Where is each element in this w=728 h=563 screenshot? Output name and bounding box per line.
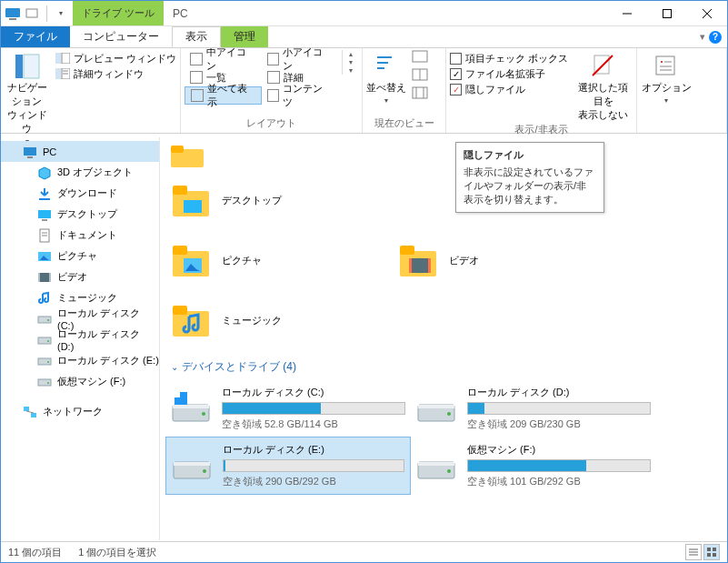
- svg-rect-59: [173, 186, 187, 195]
- group-by-icon[interactable]: [412, 50, 428, 66]
- svg-rect-62: [173, 246, 187, 255]
- nav-music[interactable]: ミュージック: [1, 287, 159, 308]
- drive-name: ローカル ディスク (E:): [223, 443, 404, 457]
- drive-icon: [37, 354, 52, 368]
- details-pane-icon: [55, 66, 70, 81]
- view-tiles[interactable]: 並べて表示: [184, 86, 262, 105]
- close-button[interactable]: [687, 1, 727, 26]
- nav-network[interactable]: ネットワーク: [1, 401, 159, 422]
- layout-gallery-scroll[interactable]: ▴▾▾: [342, 50, 358, 75]
- svg-rect-11: [55, 68, 61, 79]
- ribbon-minimize-icon[interactable]: ▾: [700, 31, 705, 43]
- svg-point-82: [203, 469, 206, 473]
- tooltip-body: 非表示に設定されているファイルやフォルダーの表示/非表示を切り替えます。: [464, 166, 596, 206]
- file-extensions-toggle[interactable]: ファイル名拡張子: [450, 67, 568, 81]
- view-medium-icons[interactable]: 中アイコン: [184, 50, 262, 68]
- drive-tile[interactable]: ローカル ディスク (C:)空き領域 52.8 GB/114 GB: [165, 380, 411, 437]
- folder-icon: [169, 178, 213, 222]
- svg-rect-35: [38, 210, 51, 218]
- details-pane-button[interactable]: 詳細ウィンドウ: [55, 66, 176, 81]
- navigation-pane-button[interactable]: ナビゲーション ウィンドウ ▾: [5, 50, 50, 146]
- svg-rect-36: [42, 219, 47, 221]
- hide-selected-button[interactable]: 選択した項目を 表示しない: [573, 50, 633, 122]
- qat-icon[interactable]: [25, 5, 41, 22]
- drive-name: ローカル ディスク (C:): [222, 386, 405, 399]
- drive-icon: [172, 449, 212, 482]
- drive-name: 仮想マシン (F:): [467, 443, 651, 457]
- svg-rect-1: [9, 18, 16, 20]
- tab-manage[interactable]: 管理: [221, 26, 268, 47]
- help-icon[interactable]: ?: [709, 31, 722, 44]
- pc-icon: [23, 145, 37, 159]
- svg-point-74: [202, 412, 205, 416]
- tab-computer[interactable]: コンピューター: [70, 26, 172, 47]
- cube-icon: [37, 166, 52, 180]
- svg-point-79: [447, 412, 451, 416]
- svg-rect-2: [26, 9, 37, 17]
- folder-tile-pictures[interactable]: ピクチャ: [165, 230, 393, 290]
- sort-icon: [374, 54, 399, 79]
- svg-rect-9: [55, 53, 61, 64]
- nav-documents[interactable]: ドキュメント: [1, 225, 159, 246]
- svg-rect-89: [707, 548, 711, 551]
- music-icon: [37, 291, 52, 306]
- folder-tile[interactable]: [165, 143, 393, 170]
- preview-pane-icon: [55, 51, 70, 65]
- options-icon: [653, 54, 679, 79]
- svg-rect-57: [171, 146, 184, 153]
- drive-usage-meter: [467, 402, 651, 415]
- svg-rect-67: [409, 258, 431, 273]
- folder-icon: [169, 144, 205, 169]
- nav-downloads[interactable]: ダウンロード: [1, 183, 159, 204]
- nav-3d-objects[interactable]: 3D オブジェクト: [1, 162, 159, 183]
- svg-rect-44: [49, 273, 51, 282]
- size-columns-icon[interactable]: [412, 86, 428, 103]
- nav-local-d[interactable]: ローカル ディスク (D:): [1, 329, 159, 350]
- video-icon: [37, 270, 52, 285]
- nav-local-c[interactable]: ローカル ディスク (C:): [1, 308, 159, 329]
- nav-vm-f[interactable]: 仮想マシン (F:): [1, 371, 159, 392]
- svg-rect-21: [413, 87, 427, 98]
- folder-tile-desktop[interactable]: デスクトップ: [165, 170, 393, 230]
- svg-rect-47: [38, 337, 51, 344]
- nav-local-e[interactable]: ローカル ディスク (E:): [1, 350, 159, 371]
- tab-view[interactable]: 表示: [172, 26, 221, 47]
- nav-pc[interactable]: PC: [1, 141, 159, 162]
- svg-rect-53: [24, 407, 29, 411]
- tab-file[interactable]: ファイル: [1, 26, 70, 47]
- qat-dropdown-icon[interactable]: ▾: [53, 5, 69, 22]
- svg-rect-42: [38, 273, 51, 282]
- status-view-details[interactable]: [685, 544, 702, 560]
- folder-tile-videos[interactable]: ビデオ: [393, 230, 620, 290]
- svg-rect-18: [413, 51, 427, 62]
- status-view-tiles[interactable]: [703, 544, 720, 560]
- add-columns-icon[interactable]: [412, 68, 428, 85]
- hidden-files-toggle[interactable]: 隠しファイル: [450, 83, 568, 96]
- item-checkboxes-toggle[interactable]: 項目チェック ボックス: [450, 52, 568, 65]
- drive-tile[interactable]: 仮想マシン (F:)空き領域 101 GB/292 GB: [411, 437, 656, 495]
- svg-point-50: [47, 361, 49, 363]
- contextual-tab-drive-tools[interactable]: ドライブ ツール: [73, 1, 164, 25]
- ribbon-group-label-layout: レイアウト: [184, 116, 358, 131]
- drive-tile[interactable]: ローカル ディスク (D:)空き領域 209 GB/230 GB: [411, 380, 656, 437]
- options-button[interactable]: オプション ▾: [641, 50, 692, 105]
- preview-pane-button[interactable]: プレビュー ウィンドウ: [55, 51, 176, 65]
- maximize-button[interactable]: [647, 1, 687, 26]
- folder-icon: [169, 238, 213, 282]
- drive-icon: [37, 333, 52, 347]
- svg-point-52: [47, 382, 49, 384]
- ribbon-group-label-current-view: 現在のビュー: [366, 116, 442, 131]
- nav-desktop[interactable]: デスクトップ: [1, 204, 159, 225]
- devices-section-header[interactable]: ⌄ デバイスとドライブ (4): [165, 350, 727, 380]
- folder-tile-music[interactable]: ミュージック: [165, 290, 393, 350]
- minimize-button[interactable]: [607, 1, 647, 26]
- sort-by-button[interactable]: 並べ替え ▾: [366, 50, 406, 105]
- svg-rect-69: [428, 258, 431, 273]
- nav-pictures[interactable]: ピクチャ: [1, 246, 159, 266]
- nav-videos[interactable]: ビデオ: [1, 266, 159, 287]
- drive-tile[interactable]: ローカル ディスク (E:)空き領域 290 GB/292 GB: [165, 437, 411, 495]
- drive-icon: [416, 392, 456, 425]
- view-small-icons[interactable]: 小アイコン: [262, 50, 337, 68]
- svg-rect-73: [173, 405, 209, 408]
- view-content[interactable]: コンテンツ: [262, 86, 337, 105]
